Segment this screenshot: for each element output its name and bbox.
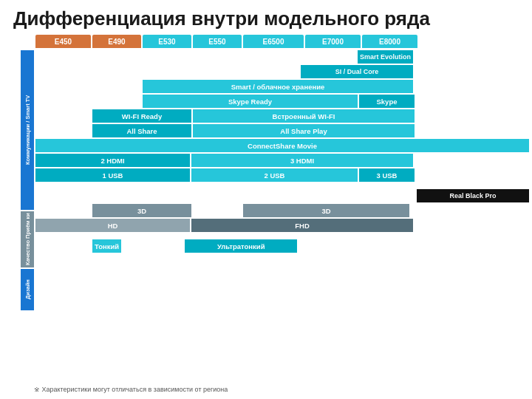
connect-share-cell: ConnectShare Movie — [35, 139, 529, 152]
threed-right-cell: 3D — [243, 204, 409, 217]
real-black-pro-cell: Real Black Pro — [417, 189, 529, 202]
model-tab-e7000[interactable]: E7000 — [305, 35, 361, 48]
usb-1-cell: 1 USB — [35, 168, 190, 182]
usb-2-cell: 2 USB — [191, 168, 358, 182]
hdmi-2-cell: 2 HDMI — [35, 154, 190, 167]
fhd-cell: FHD — [191, 219, 413, 232]
page-title: Дифференциация внутри модельного ряда — [0, 0, 532, 35]
threed-left-cell: 3D — [92, 204, 191, 217]
si-dual-core-cell: SI / Dual Core — [301, 65, 413, 78]
model-tab-e450[interactable]: E450 — [35, 35, 91, 48]
allshare-row: All Share All Share Play — [35, 124, 529, 137]
hd-cell: HD — [35, 219, 190, 232]
connect-share-row: ConnectShare Movie — [35, 139, 529, 152]
usb-row: 1 USB 2 USB 3 USB — [35, 168, 529, 182]
smart-cloud-row: Smart / облачное хранение — [35, 80, 529, 93]
ultra-thin-cell: Ультратонкий — [185, 239, 297, 253]
usb-3-cell: 3 USB — [359, 168, 415, 182]
si-dual-core-row: SI / Dual Core — [35, 65, 529, 78]
hd-row: HD FHD — [35, 219, 529, 232]
skype-cell: Skype — [359, 95, 415, 108]
model-tabs: E450 E490 E530 E550 E6500 E7000 E8000 — [35, 35, 532, 50]
smart-cloud-cell: Smart / облачное хранение — [143, 80, 413, 93]
model-tab-e550[interactable]: E550 — [193, 35, 242, 48]
wifi-row: WI-FI Ready Встроенный WI-FI — [35, 109, 529, 123]
hdmi-3-cell: 3 HDMI — [191, 154, 413, 167]
disclaimer: ※ Характеристики могут отличаться в зави… — [21, 383, 241, 396]
thin-cell: Тонкий — [92, 239, 121, 253]
smart-evolution-row: Smart Evolution — [35, 50, 529, 64]
skype-row: Skype Ready Skype — [35, 95, 529, 108]
builtin-wifi-cell: Встроенный WI-FI — [193, 109, 415, 123]
thin-row: Тонкий Ультратонкий — [35, 239, 529, 253]
connectivity-label: Коммуникации / Smart TV — [21, 50, 34, 210]
all-share-cell: All Share — [92, 124, 191, 137]
threed-row: 3D 3D — [35, 204, 529, 217]
wifi-ready-cell: WI-FI Ready — [92, 109, 191, 123]
hdmi-row: 2 HDMI 3 HDMI — [35, 154, 529, 167]
skype-ready-cell: Skype Ready — [143, 95, 358, 108]
real-black-row: Real Black Pro — [35, 189, 529, 202]
model-tab-e6500[interactable]: E6500 — [243, 35, 304, 48]
model-tab-e490[interactable]: E490 — [92, 35, 141, 48]
quality-label: Качество Приём ки — [21, 211, 34, 267]
design-label: Дизайн — [21, 269, 34, 310]
all-share-play-cell: All Share Play — [193, 124, 415, 137]
model-tab-e530[interactable]: E530 — [143, 35, 191, 48]
model-tab-e8000[interactable]: E8000 — [362, 35, 417, 48]
smart-evolution-cell: Smart Evolution — [358, 50, 413, 64]
